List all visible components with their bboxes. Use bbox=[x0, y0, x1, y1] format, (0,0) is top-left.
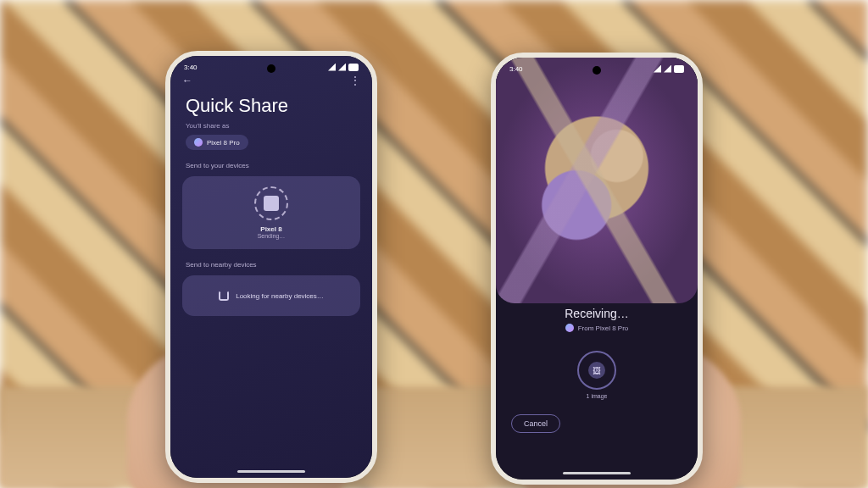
sender-chip: From Pixel 8 Pro bbox=[565, 324, 629, 332]
spinner-icon bbox=[219, 291, 229, 301]
cancel-button[interactable]: Cancel bbox=[511, 414, 560, 433]
navigation-home-bar[interactable] bbox=[237, 470, 305, 473]
right-phone-device: 3:40 Receiving… From Pixel 8 Pro 🖼 1 ima… bbox=[491, 53, 703, 485]
navigation-home-bar[interactable] bbox=[563, 472, 631, 474]
receiving-screen: 3:40 Receiving… From Pixel 8 Pro 🖼 1 ima… bbox=[496, 58, 698, 480]
share-as-label: You'll share as bbox=[170, 122, 372, 133]
sender-label: From Pixel 8 Pro bbox=[578, 324, 629, 332]
clock: 3:40 bbox=[184, 64, 198, 71]
image-icon: 🖼 bbox=[588, 362, 605, 379]
device-progress-ring bbox=[254, 186, 288, 220]
device-name: Pixel 8 bbox=[260, 225, 281, 233]
battery-icon bbox=[348, 64, 359, 71]
your-device-card[interactable]: Pixel 8 Sending… bbox=[182, 176, 360, 249]
item-count-label: 1 image bbox=[587, 393, 608, 399]
item-progress-ring: 🖼 bbox=[577, 351, 616, 390]
page-title: Quick Share bbox=[170, 88, 372, 122]
share-as-chip[interactable]: Pixel 8 Pro bbox=[186, 135, 248, 150]
crystal-overlay bbox=[496, 58, 698, 303]
quick-share-screen: 3:40 Quick Share You'll share as Pixel 8… bbox=[170, 56, 372, 478]
avatar-icon bbox=[565, 324, 574, 332]
camera-punch-hole bbox=[593, 66, 601, 75]
receiving-panel: Receiving… From Pixel 8 Pro 🖼 1 image Ca… bbox=[496, 293, 698, 480]
nearby-devices-card[interactable]: Looking for nearby devices… bbox=[182, 275, 360, 316]
signal-icon bbox=[664, 65, 671, 73]
clock: 3:40 bbox=[509, 65, 523, 73]
nearby-section-label: Send to nearby devices bbox=[170, 258, 372, 272]
nearby-status-text: Looking for nearby devices… bbox=[236, 292, 324, 300]
back-button[interactable] bbox=[182, 75, 192, 86]
wifi-icon bbox=[328, 64, 336, 71]
your-devices-section-label: Send to your devices bbox=[170, 158, 372, 173]
camera-punch-hole bbox=[267, 64, 275, 73]
signal-icon bbox=[338, 64, 346, 71]
device-status: Sending… bbox=[258, 233, 286, 239]
wifi-icon bbox=[654, 65, 661, 73]
phone-icon bbox=[264, 196, 279, 211]
receiving-status: Receiving… bbox=[565, 307, 628, 320]
avatar-icon bbox=[194, 138, 203, 147]
overflow-menu-button[interactable] bbox=[350, 75, 360, 86]
battery-icon bbox=[674, 65, 684, 73]
left-phone-device: 3:40 Quick Share You'll share as Pixel 8… bbox=[165, 51, 377, 483]
share-as-device: Pixel 8 Pro bbox=[207, 139, 240, 147]
